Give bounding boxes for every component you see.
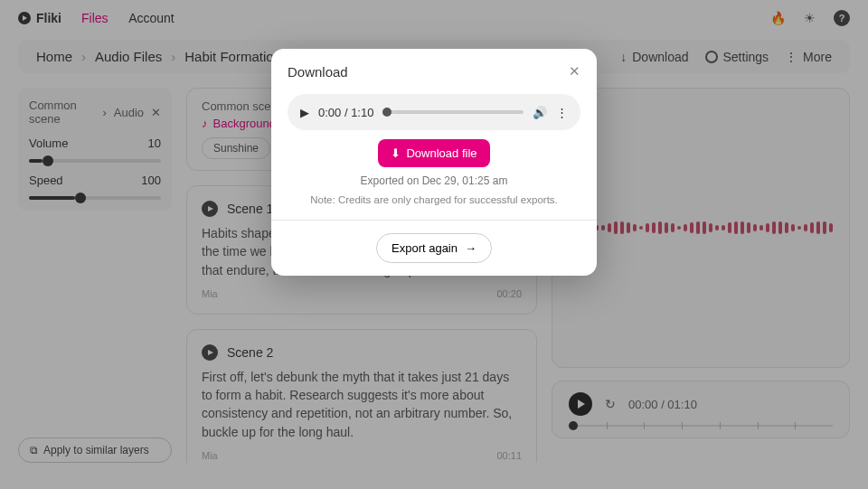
modal-close-icon[interactable]: ✕ (569, 63, 580, 80)
audio-track[interactable] (382, 110, 524, 114)
audio-menu-icon[interactable]: ⋮ (556, 106, 568, 119)
export-again-button[interactable]: Export again→ (376, 233, 492, 263)
arrow-right-icon: → (465, 241, 476, 255)
download-icon: ⬇ (391, 146, 401, 160)
audio-play-icon[interactable] (300, 106, 309, 119)
modal-title: Download (288, 64, 348, 80)
download-modal: Download ✕ 0:00 / 1:10 🔊 ⋮ ⬇Download fil… (271, 49, 597, 276)
audio-time: 0:00 / 1:10 (318, 106, 373, 119)
modal-overlay[interactable]: Download ✕ 0:00 / 1:10 🔊 ⋮ ⬇Download fil… (0, 0, 868, 489)
volume-icon[interactable]: 🔊 (533, 106, 547, 119)
exported-text: Exported on Dec 29, 01:25 am (361, 174, 508, 187)
download-file-button[interactable]: ⬇Download file (378, 139, 489, 167)
audio-player[interactable]: 0:00 / 1:10 🔊 ⋮ (288, 94, 580, 130)
credits-note: Note: Credits are only charged for succe… (310, 194, 558, 205)
